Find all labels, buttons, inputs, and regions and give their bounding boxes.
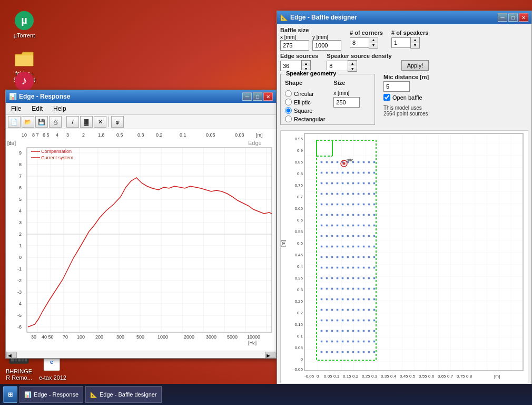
svg-text:0.25: 0.25 [362, 374, 370, 379]
speaker-density-input[interactable] [327, 61, 348, 71]
radio-elliptic[interactable]: Elliptic [285, 99, 325, 105]
taskbar-edge-baffle[interactable]: 📐 Edge - Baffle designer [85, 386, 162, 403]
radio-rectangular[interactable]: Rectangular [285, 115, 325, 122]
svg-text:4: 4 [19, 208, 22, 214]
scroll-right[interactable]: ► [265, 352, 275, 358]
menu-edit[interactable]: Edit [28, 104, 46, 113]
maximize-button[interactable]: □ [253, 92, 262, 101]
menu-file[interactable]: File [8, 104, 24, 113]
svg-rect-228 [342, 235, 343, 237]
menu-help[interactable]: Help [50, 104, 70, 113]
radio-circular-input[interactable] [285, 90, 292, 97]
svg-rect-225 [326, 235, 328, 237]
radio-square[interactable]: Square [285, 107, 325, 114]
horizontal-scrollbar[interactable]: ◄ ► [6, 351, 276, 358]
baffle-title: 📐 Edge - Baffle designer [280, 14, 357, 21]
svg-rect-233 [368, 235, 370, 237]
tool-print[interactable]: 🖨 [49, 116, 62, 128]
svg-rect-186 [352, 193, 354, 195]
baffle-maximize-button[interactable]: □ [508, 13, 518, 22]
baffle-content: Baffle size x [mm] y [mm] # of [277, 24, 531, 128]
minimize-button[interactable]: ─ [242, 92, 252, 101]
mic-distance-input[interactable] [383, 81, 410, 92]
svg-text:0.35: 0.35 [381, 374, 389, 379]
svg-text:0.15: 0.15 [343, 374, 351, 379]
speakers-input[interactable] [391, 37, 410, 48]
radio-rectangular-input[interactable] [285, 115, 292, 122]
edge-sources-input[interactable] [280, 61, 301, 71]
baffle-size-group: Baffle size x [mm] y [mm] [280, 27, 341, 51]
svg-text:0.65: 0.65 [294, 206, 303, 211]
svg-text:3: 3 [66, 132, 69, 138]
svg-text:0.1: 0.1 [297, 334, 303, 339]
corners-up[interactable]: ▲ [369, 37, 378, 43]
svg-rect-312 [321, 320, 322, 321]
svg-rect-185 [347, 193, 349, 195]
scroll-left[interactable]: ◄ [6, 352, 17, 358]
size-x-input[interactable] [333, 97, 360, 108]
toolbar-separator-2 [109, 117, 109, 127]
radio-square-input[interactable] [285, 107, 292, 114]
response-titlebar[interactable]: 📊 Edge - Response ─ □ ✕ [6, 90, 276, 103]
svg-rect-161 [337, 172, 338, 173]
svg-rect-295 [347, 298, 349, 300]
open-baffle-checkbox-label[interactable]: Open baffle [383, 94, 429, 101]
svg-rect-261 [342, 267, 343, 268]
scroll-track [17, 352, 264, 358]
svg-text:0.2: 0.2 [156, 132, 163, 138]
svg-rect-264 [358, 267, 359, 268]
svg-rect-344 [373, 341, 375, 342]
speakers-down[interactable]: ▼ [411, 43, 419, 48]
apply-button[interactable]: Apply! [401, 60, 429, 71]
close-button[interactable]: ✕ [263, 92, 273, 101]
svg-rect-350 [347, 351, 349, 353]
tool-save[interactable]: 💾 [35, 116, 48, 128]
tool-open[interactable]: 📂 [22, 116, 34, 128]
tool-cross[interactable]: ✕ [94, 116, 106, 128]
svg-rect-210 [363, 214, 364, 216]
speaker-geometry-legend: Speaker geometry [284, 70, 338, 76]
tool-fill[interactable]: ▓ [80, 116, 93, 128]
svg-rect-265 [363, 267, 364, 268]
tool-line[interactable]: / [66, 116, 79, 128]
baffle-minimize-button[interactable]: ─ [498, 13, 507, 22]
tool-new[interactable]: 📄 [8, 116, 21, 128]
corners-down[interactable]: ▼ [369, 43, 378, 48]
taskbar-start[interactable]: ⊞ [3, 386, 17, 403]
svg-rect-321 [368, 320, 370, 321]
svg-text:0.15: 0.15 [294, 322, 303, 327]
svg-rect-154 [358, 161, 359, 163]
baffle-y-input[interactable] [312, 40, 341, 51]
radio-elliptic-input[interactable] [285, 99, 292, 105]
radio-circular[interactable]: Circular [285, 90, 325, 97]
baffle-x-input[interactable] [280, 40, 309, 51]
svg-rect-245 [373, 246, 375, 247]
tool-phi[interactable]: φ [111, 116, 124, 128]
svg-rect-162 [342, 172, 343, 173]
taskbar-edge-response[interactable]: 📊 Edge - Response [19, 386, 83, 403]
svg-rect-166 [363, 172, 364, 173]
corners-input[interactable] [350, 37, 369, 48]
taskbar-edge-baffle-icon: 📐 [90, 391, 97, 398]
speakers-up[interactable]: ▲ [411, 37, 419, 43]
speaker-density-down[interactable]: ▼ [348, 66, 357, 71]
baffle-titlebar[interactable]: 📐 Edge - Baffle designer ─ □ ✕ [277, 11, 531, 24]
svg-text:0: 0 [317, 374, 319, 379]
baffle-close-button[interactable]: ✕ [519, 13, 528, 22]
desktop-icon-utorrent[interactable]: µ µTorrent [5, 8, 43, 41]
svg-text:0.5: 0.5 [297, 241, 303, 246]
edge-sources-up[interactable]: ▲ [302, 61, 310, 66]
svg-text:1.8: 1.8 [98, 132, 105, 138]
speaker-density-up[interactable]: ▲ [348, 61, 357, 66]
svg-rect-309 [363, 309, 364, 311]
svg-rect-347 [331, 351, 333, 353]
shape-group: Shape Circular Elliptic [285, 80, 325, 122]
open-baffle-checkbox[interactable] [383, 94, 390, 101]
svg-text:0.9: 0.9 [297, 148, 303, 153]
svg-rect-340 [352, 341, 354, 342]
svg-rect-193 [331, 204, 333, 205]
baffle-size-label: Baffle size [280, 27, 341, 33]
svg-rect-268 [321, 277, 322, 279]
svg-rect-220 [358, 225, 359, 226]
speaker-geometry-row: Speaker geometry Shape Circular [280, 74, 528, 125]
